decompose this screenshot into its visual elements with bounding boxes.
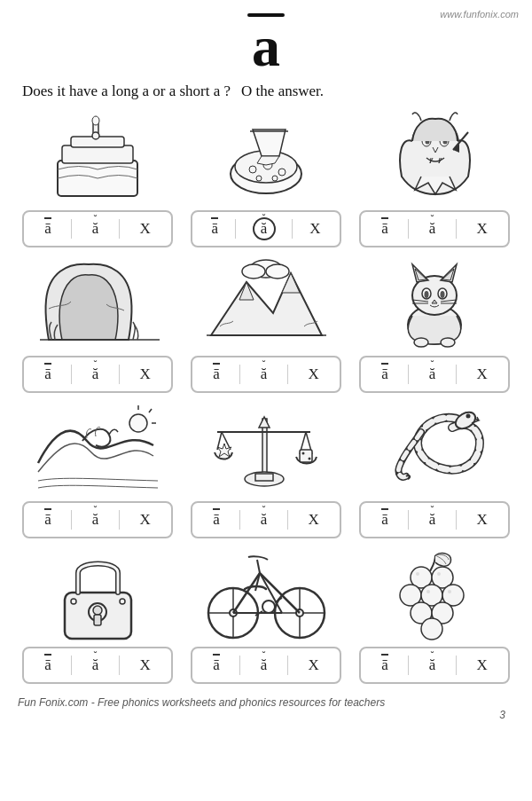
choice-short-a-2[interactable]: ă bbox=[253, 217, 276, 240]
svg-point-32 bbox=[441, 291, 445, 298]
answer-box-10: ā ă X bbox=[22, 647, 173, 684]
choice-short-a-10[interactable]: ă bbox=[92, 656, 99, 674]
choice-long-a-5[interactable]: ā bbox=[213, 365, 220, 383]
choice-x-7[interactable]: X bbox=[139, 511, 150, 529]
divider bbox=[71, 219, 72, 239]
image-lock bbox=[22, 546, 173, 643]
cell-1: ā ă X bbox=[18, 109, 177, 247]
divider bbox=[239, 656, 240, 675]
choice-x-1[interactable]: X bbox=[139, 220, 150, 238]
choice-long-a-6[interactable]: ā bbox=[381, 365, 388, 383]
divider bbox=[235, 219, 236, 239]
choice-short-a-3[interactable]: ă bbox=[429, 220, 436, 238]
choice-x-11[interactable]: X bbox=[308, 656, 318, 674]
svg-rect-54 bbox=[300, 450, 312, 462]
worksheet-grid: ā ă X bbox=[18, 109, 514, 684]
divider bbox=[408, 219, 409, 239]
cell-10: ā ă X bbox=[18, 546, 177, 684]
svg-point-56 bbox=[309, 458, 311, 460]
cell-5: ā ă X bbox=[186, 255, 346, 393]
choice-x-2[interactable]: X bbox=[309, 220, 320, 238]
choice-long-a-2[interactable]: ā bbox=[211, 220, 218, 238]
cell-3: ā ă X bbox=[355, 109, 514, 247]
choice-short-a-5[interactable]: ă bbox=[261, 365, 268, 383]
worksheet-page: www.funfonix.com a Does it have a long a… bbox=[0, 0, 532, 801]
question-text: Does it have a long a or a short a ? bbox=[22, 82, 231, 100]
divider bbox=[287, 510, 288, 530]
answer-box-5: ā ă X bbox=[191, 356, 341, 393]
choice-long-a-12[interactable]: ā bbox=[381, 656, 388, 674]
svg-point-63 bbox=[71, 599, 76, 604]
divider bbox=[456, 656, 457, 675]
answer-box-4: ā ă X bbox=[22, 356, 173, 393]
svg-point-90 bbox=[416, 572, 419, 576]
svg-point-31 bbox=[425, 291, 429, 298]
divider bbox=[408, 656, 409, 675]
choice-x-10[interactable]: X bbox=[139, 656, 150, 674]
image-cake bbox=[22, 109, 173, 207]
choice-short-a-4[interactable]: ă bbox=[92, 365, 99, 383]
answer-box-8: ā ă X bbox=[191, 501, 341, 538]
answer-box-2: ā ă X bbox=[191, 210, 341, 247]
choice-x-8[interactable]: X bbox=[308, 511, 318, 529]
image-grapes bbox=[359, 546, 510, 643]
choice-x-12[interactable]: X bbox=[476, 656, 487, 674]
image-cat bbox=[359, 255, 510, 352]
choice-long-a-1[interactable]: ā bbox=[44, 220, 51, 238]
divider bbox=[287, 365, 288, 384]
svg-point-21 bbox=[242, 264, 265, 279]
divider bbox=[456, 219, 457, 239]
choice-short-a-8[interactable]: ă bbox=[261, 511, 268, 529]
divider bbox=[456, 365, 457, 384]
choice-short-a-11[interactable]: ă bbox=[261, 656, 268, 674]
choice-short-a-6[interactable]: ă bbox=[429, 365, 436, 383]
choice-long-a-8[interactable]: ā bbox=[213, 511, 220, 529]
cell-2: ā ă X bbox=[186, 109, 346, 247]
svg-marker-48 bbox=[259, 417, 270, 428]
svg-point-79 bbox=[262, 601, 275, 613]
divider bbox=[292, 219, 293, 239]
choice-x-5[interactable]: X bbox=[308, 365, 318, 383]
svg-point-22 bbox=[266, 264, 289, 279]
choice-short-a-9[interactable]: ă bbox=[429, 511, 436, 529]
choice-x-3[interactable]: X bbox=[476, 220, 487, 238]
divider bbox=[287, 656, 288, 675]
cell-7: ā ă X bbox=[18, 400, 177, 538]
choice-x-4[interactable]: X bbox=[139, 365, 150, 383]
choice-long-a-11[interactable]: ā bbox=[213, 656, 220, 674]
choice-short-a-12[interactable]: ă bbox=[429, 656, 436, 674]
choice-long-a-9[interactable]: ā bbox=[381, 511, 388, 529]
image-mountains bbox=[191, 255, 341, 352]
svg-point-61 bbox=[93, 606, 102, 615]
cell-4: ā ă X bbox=[18, 255, 177, 393]
choice-short-a-1[interactable]: ă bbox=[92, 220, 99, 238]
question-line: Does it have a long a or a short a ? O t… bbox=[22, 82, 514, 100]
svg-point-91 bbox=[437, 572, 441, 576]
divider bbox=[119, 219, 120, 239]
svg-point-55 bbox=[302, 452, 305, 455]
svg-line-78 bbox=[257, 560, 260, 573]
svg-point-89 bbox=[421, 618, 442, 640]
svg-point-58 bbox=[466, 414, 471, 419]
svg-rect-1 bbox=[62, 145, 133, 163]
choice-x-6[interactable]: X bbox=[476, 365, 487, 383]
choice-long-a-4[interactable]: ā bbox=[44, 365, 51, 383]
choice-short-a-7[interactable]: ă bbox=[92, 511, 99, 529]
svg-point-11 bbox=[256, 176, 262, 181]
choice-long-a-10[interactable]: ā bbox=[44, 656, 51, 674]
choice-long-a-3[interactable]: ā bbox=[381, 220, 388, 238]
divider bbox=[119, 656, 120, 675]
image-vampire bbox=[359, 109, 510, 207]
divider bbox=[239, 510, 240, 530]
divider bbox=[456, 510, 457, 530]
svg-point-10 bbox=[278, 169, 286, 176]
answer-box-7: ā ă X bbox=[22, 501, 173, 538]
divider bbox=[71, 510, 72, 530]
divider bbox=[71, 365, 72, 384]
svg-line-42 bbox=[149, 409, 152, 412]
svg-rect-62 bbox=[94, 615, 101, 625]
choice-long-a-7[interactable]: ā bbox=[44, 511, 51, 529]
divider bbox=[119, 510, 120, 530]
svg-point-8 bbox=[249, 166, 256, 173]
choice-x-9[interactable]: X bbox=[476, 511, 487, 529]
